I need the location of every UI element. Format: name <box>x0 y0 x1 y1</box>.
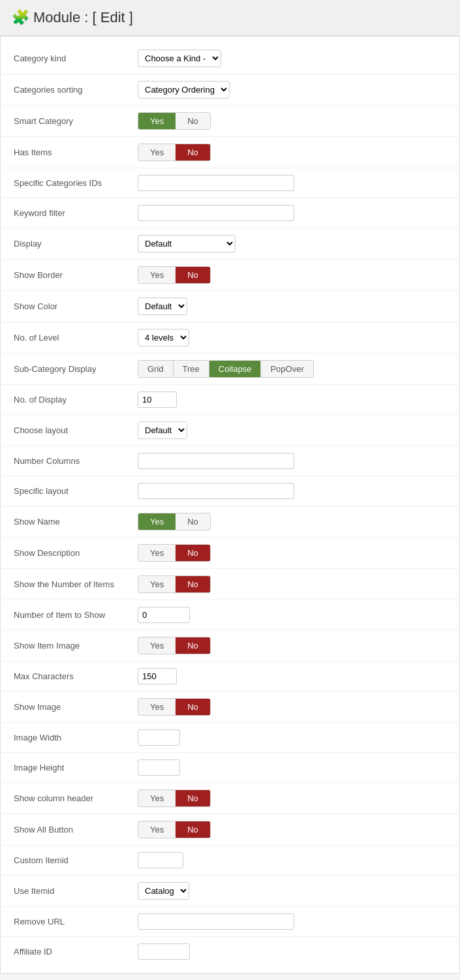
specific-categories-row: Specific Categories IDs <box>1 168 459 198</box>
show-color-select[interactable]: Default <box>138 298 187 315</box>
affiliate-id-row: Affiliate ID <box>1 937 459 966</box>
categories-sorting-control: Category Ordering <box>138 81 446 99</box>
number-item-show-control <box>138 607 446 623</box>
show-column-header-label: Show column header <box>14 793 138 803</box>
max-characters-input[interactable] <box>138 668 177 684</box>
no-of-level-select[interactable]: 4 levels <box>138 329 189 346</box>
smart-category-yes[interactable]: Yes <box>138 113 176 129</box>
module-icon: 🧩 <box>12 9 29 26</box>
smart-category-toggle: Yes No <box>138 112 211 130</box>
use-itemid-row: Use Itemid Catalog <box>1 876 459 907</box>
show-name-toggle: Yes No <box>138 513 211 530</box>
show-image-control: Yes No <box>138 698 446 716</box>
has-items-row: Has Items Yes No <box>1 137 459 168</box>
sub-cat-popover[interactable]: PopOver <box>261 361 313 377</box>
smart-category-no[interactable]: No <box>176 113 210 129</box>
number-item-show-input[interactable] <box>138 607 190 623</box>
show-item-image-control: Yes No <box>138 637 446 654</box>
sub-cat-grid[interactable]: Grid <box>138 361 174 377</box>
show-column-header-toggle: Yes No <box>138 789 211 807</box>
number-columns-input[interactable] <box>138 453 294 469</box>
max-characters-label: Max Characters <box>14 671 138 681</box>
image-height-input[interactable] <box>138 759 180 776</box>
max-characters-control <box>138 668 446 684</box>
specific-layout-input[interactable] <box>138 483 294 499</box>
show-description-control: Yes No <box>138 544 446 562</box>
no-of-display-input[interactable] <box>138 391 177 408</box>
show-number-items-no[interactable]: No <box>176 576 210 592</box>
show-color-row: Show Color Default <box>1 291 459 322</box>
keyword-filter-input[interactable] <box>138 205 294 221</box>
show-column-header-yes[interactable]: Yes <box>138 790 176 806</box>
keyword-filter-control <box>138 205 446 221</box>
sub-cat-collapse[interactable]: Collapse <box>209 361 262 377</box>
display-select[interactable]: Default <box>138 235 236 253</box>
show-image-no[interactable]: No <box>176 699 210 715</box>
no-of-display-label: No. of Display <box>14 395 138 405</box>
title-module: Module : <box>33 9 88 25</box>
affiliate-id-control <box>138 943 446 960</box>
image-width-control <box>138 729 446 746</box>
show-all-button-label: Show All Button <box>14 825 138 835</box>
specific-categories-label: Specific Categories IDs <box>14 178 138 188</box>
image-height-control <box>138 759 446 776</box>
show-number-items-control: Yes No <box>138 575 446 593</box>
choose-layout-control: Default <box>138 421 446 439</box>
has-items-no[interactable]: No <box>176 144 210 161</box>
show-item-image-no[interactable]: No <box>176 637 210 654</box>
show-description-toggle: Yes No <box>138 544 211 562</box>
show-border-yes[interactable]: Yes <box>138 267 176 283</box>
show-item-image-yes[interactable]: Yes <box>138 637 176 654</box>
choose-layout-select[interactable]: Default <box>138 421 187 439</box>
show-description-no[interactable]: No <box>176 545 210 561</box>
specific-categories-input[interactable] <box>138 175 294 191</box>
image-width-input[interactable] <box>138 729 180 746</box>
display-control: Default <box>138 235 446 253</box>
show-item-image-toggle: Yes No <box>138 637 211 654</box>
show-column-header-control: Yes No <box>138 789 446 807</box>
show-item-image-label: Show Item Image <box>14 641 138 651</box>
show-all-button-yes[interactable]: Yes <box>138 821 176 838</box>
show-border-no[interactable]: No <box>176 267 210 283</box>
no-of-level-row: No. of Level 4 levels <box>1 322 459 354</box>
remove-url-input[interactable] <box>138 913 294 930</box>
has-items-yes[interactable]: Yes <box>138 144 176 161</box>
number-item-show-row: Number of Item to Show <box>1 600 459 630</box>
choose-layout-row: Choose layout Default <box>1 415 459 446</box>
show-name-no[interactable]: No <box>176 513 210 530</box>
remove-url-row: Remove URL <box>1 907 459 937</box>
show-number-items-label: Show the Number of Items <box>14 579 138 589</box>
categories-sorting-select[interactable]: Category Ordering <box>138 81 230 99</box>
smart-category-row: Smart Category Yes No <box>1 106 459 137</box>
image-width-row: Image Width <box>1 723 459 753</box>
number-columns-row: Number Columns <box>1 446 459 476</box>
show-all-button-no[interactable]: No <box>176 821 210 838</box>
form-content: Category kind Choose a Kind - Categories… <box>0 36 460 973</box>
no-of-display-row: No. of Display <box>1 385 459 415</box>
show-column-header-no[interactable]: No <box>176 790 210 806</box>
show-border-label: Show Border <box>14 270 138 280</box>
show-image-row: Show Image Yes No <box>1 692 459 723</box>
display-label: Display <box>14 239 138 249</box>
show-description-yes[interactable]: Yes <box>138 545 176 561</box>
show-number-items-yes[interactable]: Yes <box>138 576 176 592</box>
custom-itemid-row: Custom Itemid <box>1 846 459 876</box>
specific-layout-control <box>138 483 446 499</box>
show-column-header-row: Show column header Yes No <box>1 783 459 814</box>
sub-cat-tree[interactable]: Tree <box>174 361 209 377</box>
show-image-yes[interactable]: Yes <box>138 699 176 715</box>
affiliate-id-input[interactable] <box>138 943 190 960</box>
no-of-display-control <box>138 391 446 408</box>
max-characters-row: Max Characters <box>1 662 459 692</box>
custom-itemid-input[interactable] <box>138 852 183 868</box>
specific-layout-row: Specific layout <box>1 476 459 506</box>
show-border-control: Yes No <box>138 266 446 284</box>
use-itemid-control: Catalog <box>138 882 446 900</box>
show-name-yes[interactable]: Yes <box>138 513 176 530</box>
no-of-level-control: 4 levels <box>138 329 446 346</box>
category-kind-select[interactable]: Choose a Kind - <box>138 50 221 67</box>
use-itemid-select[interactable]: Catalog <box>138 882 189 900</box>
show-number-items-toggle: Yes No <box>138 575 211 593</box>
show-all-button-control: Yes No <box>138 821 446 838</box>
show-image-label: Show Image <box>14 702 138 712</box>
